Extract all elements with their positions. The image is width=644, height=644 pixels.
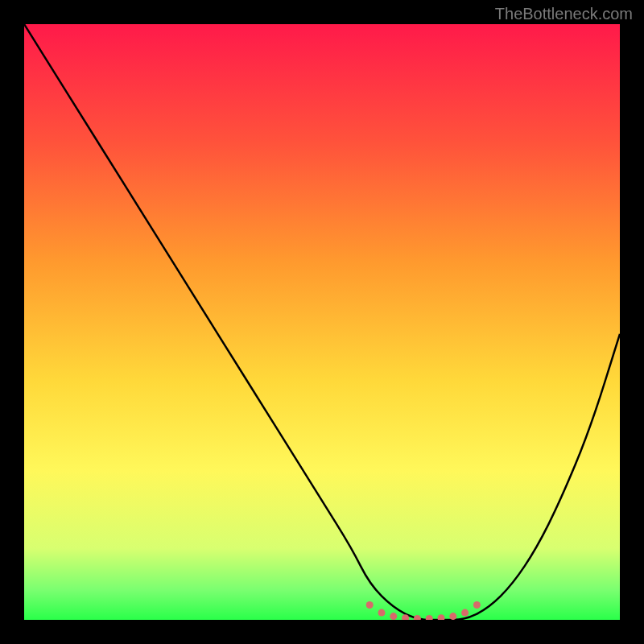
marker-dot bbox=[390, 613, 397, 620]
curve-layer bbox=[24, 24, 620, 620]
marker-dot bbox=[378, 609, 386, 617]
marker-dot bbox=[438, 614, 445, 620]
marker-dot bbox=[461, 609, 469, 617]
bottleneck-curve bbox=[24, 24, 620, 620]
marker-dot bbox=[473, 601, 481, 609]
marker-dot bbox=[366, 601, 374, 609]
plot-area bbox=[24, 24, 620, 620]
marker-dot bbox=[414, 615, 421, 620]
watermark-text: TheBottleneck.com bbox=[495, 5, 633, 23]
marker-dot bbox=[426, 615, 433, 620]
marker-dot bbox=[449, 613, 456, 620]
curve-markers bbox=[366, 601, 481, 620]
